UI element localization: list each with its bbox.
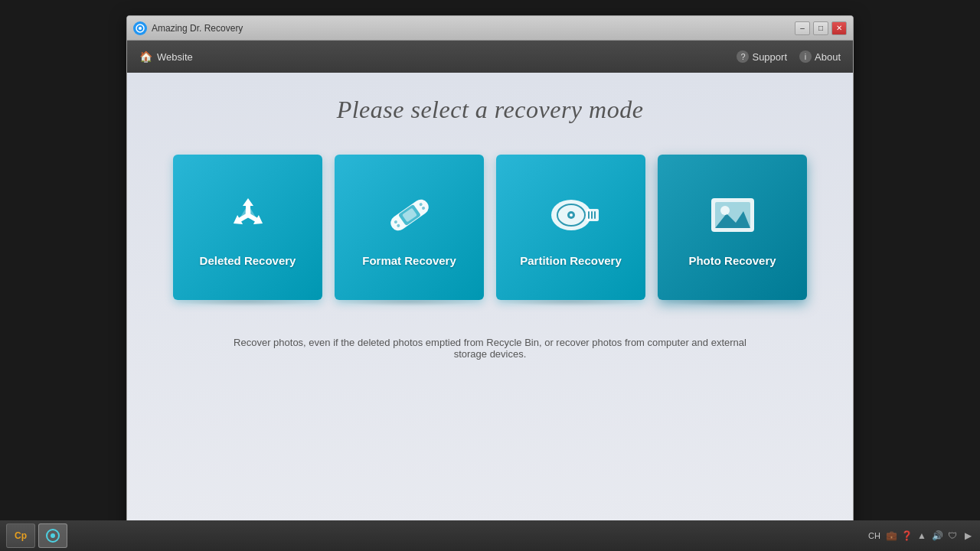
recycle-icon xyxy=(217,188,279,242)
website-link[interactable]: Website xyxy=(157,51,193,63)
nav-left: 🏠 Website xyxy=(139,51,193,63)
about-icon: i xyxy=(799,51,812,63)
partition-recovery-label: Partition Recovery xyxy=(520,254,622,267)
disk-icon xyxy=(541,188,602,242)
nav-right: ? Support i About xyxy=(737,51,841,63)
main-content: Please select a recovery mode xyxy=(127,73,853,535)
description-text: Recover photos, even if the deleted phot… xyxy=(222,337,758,360)
tray-language: CH xyxy=(868,531,880,540)
photo-recovery-card[interactable]: Photo Recovery xyxy=(658,155,807,300)
format-recovery-label: Format Recovery xyxy=(362,254,456,267)
taskbar-right: CH 💼 ❓ ▲ 🔊 🛡 ▶ xyxy=(868,530,974,542)
app-window: Amazing Dr. Recovery – □ ✕ 🏠 Website ? S… xyxy=(126,15,854,536)
cards-container: Deleted Recovery xyxy=(173,155,807,306)
deleted-recovery-card[interactable]: Deleted Recovery xyxy=(173,155,322,300)
support-link[interactable]: ? Support xyxy=(737,51,787,63)
about-link[interactable]: i About xyxy=(799,51,841,63)
page-title: Please select a recovery mode xyxy=(337,96,644,124)
window-controls: – □ ✕ xyxy=(795,21,847,35)
tray-briefcase-icon: 💼 xyxy=(885,530,897,542)
tray-icons: 💼 ❓ ▲ 🔊 🛡 ▶ xyxy=(885,530,974,542)
tray-volume-icon: 🔊 xyxy=(931,530,943,542)
bandage-icon xyxy=(379,188,440,242)
taskbar-app-button[interactable] xyxy=(38,523,67,548)
svg-rect-15 xyxy=(591,211,593,219)
svg-point-12 xyxy=(570,214,573,217)
svg-point-1 xyxy=(139,27,142,30)
photo-recovery-label: Photo Recovery xyxy=(688,254,776,267)
tray-shield-icon: 🛡 xyxy=(946,530,959,542)
home-icon: 🏠 xyxy=(139,51,152,63)
tray-chevron-icon: ▲ xyxy=(916,530,928,542)
taskbar: Cp CH 💼 ❓ ▲ 🔊 🛡 ▶ xyxy=(0,520,980,551)
svg-rect-16 xyxy=(594,211,596,219)
navbar: 🏠 Website ? Support i About xyxy=(127,41,853,73)
svg-point-22 xyxy=(51,533,55,538)
title-bar: Amazing Dr. Recovery – □ ✕ xyxy=(127,16,853,41)
tray-play-icon: ▶ xyxy=(962,530,974,542)
title-bar-left: Amazing Dr. Recovery xyxy=(133,21,243,35)
taskbar-cp-button[interactable]: Cp xyxy=(6,523,35,548)
svg-point-20 xyxy=(720,206,730,215)
maximize-button[interactable]: □ xyxy=(813,21,828,35)
app-icon xyxy=(133,21,147,35)
partition-recovery-card[interactable]: Partition Recovery xyxy=(496,155,645,300)
tray-help-icon: ❓ xyxy=(900,530,913,542)
window-title: Amazing Dr. Recovery xyxy=(152,23,243,34)
svg-rect-14 xyxy=(588,211,590,219)
taskbar-left: Cp xyxy=(6,523,67,548)
close-button[interactable]: ✕ xyxy=(831,21,847,35)
photo-icon xyxy=(702,188,763,242)
minimize-button[interactable]: – xyxy=(795,21,810,35)
support-icon: ? xyxy=(737,51,749,63)
format-recovery-card[interactable]: Format Recovery xyxy=(335,155,484,300)
deleted-recovery-label: Deleted Recovery xyxy=(200,254,296,267)
